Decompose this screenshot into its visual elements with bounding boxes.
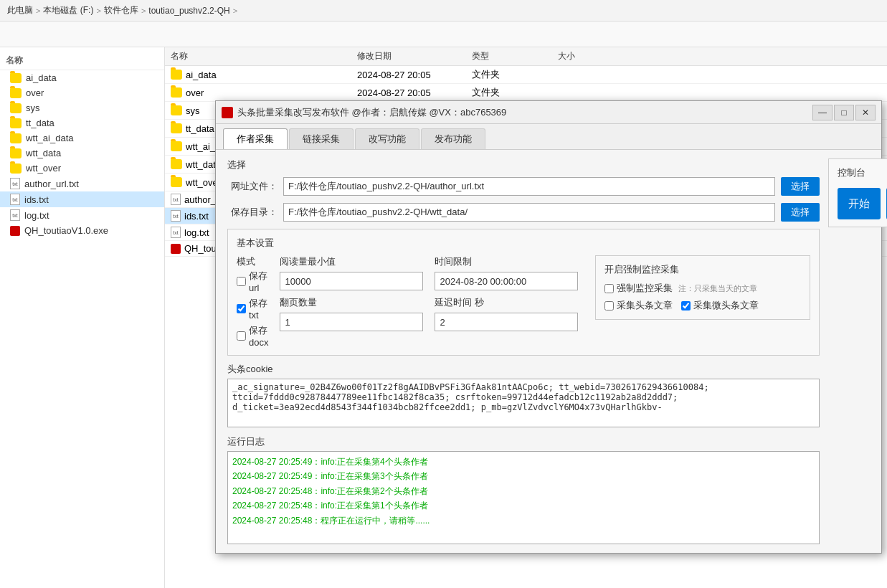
- exe-icon: [10, 226, 20, 236]
- modal-dialog[interactable]: 头条批量采集改写发布软件 @作者：启航传媒 @VX：abc765369 — □ …: [215, 100, 882, 554]
- sidebar-file-item[interactable]: QH_toutiaoV1.0.exe: [0, 223, 164, 238]
- exe-icon: [171, 244, 181, 254]
- modal-titlebar: 头条批量采集改写发布软件 @作者：启航传媒 @VX：abc765369 — □ …: [216, 101, 881, 124]
- content-layout: 选择 网址文件： 选择 保存目录： 选择: [227, 158, 870, 544]
- breadcrumb-part[interactable]: 软件仓库: [104, 4, 138, 16]
- log-box: 2024-08-27 20:25:49：info:正在采集第4个头条作者2024…: [227, 451, 820, 544]
- modal-title-left: 头条批量采集改写发布软件 @作者：启航传媒 @VX：abc765369: [222, 106, 506, 119]
- monitor-title: 开启强制监控采集: [604, 263, 801, 276]
- table-row[interactable]: over 2024-08-27 20:05 文件夹: [165, 84, 887, 102]
- save-dir-input[interactable]: [283, 203, 775, 222]
- save-label: 保存目录：: [227, 206, 278, 219]
- sidebar-item-label: log.txt: [24, 210, 49, 221]
- folder-icon: [171, 141, 182, 151]
- file-modified: 2024-08-27 20:05: [357, 87, 472, 98]
- collect-micro-check[interactable]: 采集微头条文章: [681, 299, 759, 312]
- sidebar-file-item[interactable]: ai_data: [0, 70, 164, 85]
- col-type: 类型: [472, 50, 558, 62]
- file-icon: txt: [171, 227, 181, 238]
- modal-title-text: 头条批量采集改写发布软件 @作者：启航传媒 @VX：abc765369: [237, 106, 506, 119]
- cookie-textarea[interactable]: [227, 379, 820, 427]
- read-min-group: 阅读量最小值: [280, 255, 423, 290]
- url-input[interactable]: [283, 177, 775, 196]
- sidebar-item-label: author_url.txt: [24, 179, 79, 189]
- folder-icon: [10, 133, 22, 143]
- time-limit-input[interactable]: [435, 272, 578, 290]
- collect-micro-checkbox[interactable]: [681, 301, 691, 310]
- sidebar-file-item[interactable]: sys: [0, 100, 164, 115]
- log-line: 2024-08-27 20:25:49：info:正在采集第3个头条作者: [232, 469, 815, 483]
- close-button[interactable]: ✕: [855, 105, 876, 120]
- mode-label: 模式: [237, 255, 268, 268]
- tab-publish[interactable]: 发布功能: [421, 128, 485, 149]
- app-icon: [222, 107, 233, 118]
- breadcrumb-sep: >: [233, 6, 237, 15]
- file-type: 文件夹: [472, 68, 558, 81]
- settings-row: 模式 保存url 保存txt: [237, 255, 810, 348]
- file-name: ids.txt: [184, 211, 209, 222]
- log-section: 运行日志 2024-08-27 20:25:49：info:正在采集第4个头条作…: [227, 435, 820, 544]
- read-min-input[interactable]: [280, 272, 423, 290]
- mode-col: 模式 保存url 保存txt: [237, 255, 268, 348]
- basic-settings: 基本设置 模式 保存url: [227, 229, 820, 356]
- col-size: 大小: [558, 50, 615, 62]
- delay-group: 延迟时间 秒: [435, 296, 578, 331]
- save-url-checkbox[interactable]: [237, 277, 246, 286]
- save-txt-check[interactable]: 保存txt: [237, 297, 268, 321]
- breadcrumb-part[interactable]: 此电脑: [7, 4, 33, 16]
- sidebar-file-item[interactable]: txtids.txt: [0, 191, 164, 207]
- collect-toutiao-checkbox[interactable]: [604, 301, 614, 310]
- explorer-toolbar: [0, 22, 887, 47]
- folder-icon: [171, 177, 182, 187]
- cookie-section: 头条cookie: [227, 363, 820, 430]
- start-button[interactable]: 开始: [838, 188, 880, 219]
- table-row[interactable]: ai_data 2024-08-27 20:05 文件夹: [165, 66, 887, 84]
- breadcrumb-part[interactable]: 本地磁盘 (F:): [43, 4, 93, 16]
- page-count-input[interactable]: [280, 313, 423, 331]
- save-select-button[interactable]: 选择: [781, 203, 820, 222]
- folder-icon: [10, 148, 22, 158]
- log-line: 2024-08-27 20:25:48：程序正在运行中，请稍等......: [232, 513, 815, 528]
- sidebar-file-item[interactable]: tt_data: [0, 115, 164, 131]
- breadcrumb-sep: >: [96, 6, 100, 15]
- sidebar-item-label: ids.txt: [24, 194, 49, 205]
- url-select-button[interactable]: 选择: [781, 177, 820, 196]
- save-dir-row: 保存目录： 选择: [227, 203, 820, 222]
- sidebar-file-item[interactable]: wtt_ai_data: [0, 131, 164, 146]
- file-list-header: 名称 修改日期 类型 大小: [165, 47, 887, 66]
- settings-title: 基本设置: [237, 237, 810, 250]
- collect-toutiao-check[interactable]: 采集头条文章: [604, 299, 673, 312]
- breadcrumb-sep: >: [141, 6, 146, 15]
- monitor-check[interactable]: 强制监控采集 注：只采集当天的文章: [604, 282, 801, 295]
- log-line: 2024-08-27 20:25:48：info:正在采集第2个头条作者: [232, 484, 815, 498]
- save-docx-check[interactable]: 保存docx: [237, 324, 268, 348]
- num-col-2: 时间限制 延迟时间 秒: [435, 255, 578, 331]
- save-docx-checkbox[interactable]: [237, 331, 246, 341]
- sidebar-file-item[interactable]: txtlog.txt: [0, 207, 164, 223]
- folder-icon: [171, 123, 182, 133]
- tab-author-collect[interactable]: 作者采集: [223, 128, 288, 149]
- folder-icon: [171, 105, 182, 115]
- tab-rewrite[interactable]: 改写功能: [355, 128, 419, 149]
- file-name: log.txt: [184, 227, 209, 238]
- tab-link-collect[interactable]: 链接采集: [289, 128, 354, 149]
- page-count-group: 翻页数量: [280, 296, 423, 331]
- minimize-button[interactable]: —: [812, 105, 833, 120]
- folder-icon: [10, 73, 22, 83]
- breadcrumb-part[interactable]: toutiao_pushv2.2-QH: [148, 6, 229, 16]
- file-name: tt_data: [186, 123, 214, 134]
- sidebar-file-item[interactable]: txtauthor_url.txt: [0, 176, 164, 191]
- dialog-content: 选择 网址文件： 选择 保存目录： 选择: [216, 150, 881, 553]
- select-title: 选择: [227, 158, 820, 171]
- sidebar-file-item[interactable]: wtt_data: [0, 146, 164, 161]
- sidebar-file-item[interactable]: over: [0, 85, 164, 100]
- file-icon: txt: [10, 209, 20, 221]
- monitor-checkbox[interactable]: [604, 284, 614, 293]
- delay-input[interactable]: [435, 313, 578, 331]
- maximize-button[interactable]: □: [834, 105, 854, 120]
- sidebar-item-label: over: [26, 87, 44, 98]
- save-url-check[interactable]: 保存url: [237, 270, 268, 293]
- save-txt-checkbox[interactable]: [237, 304, 246, 313]
- folder-icon: [10, 118, 22, 128]
- sidebar-file-item[interactable]: wtt_over: [0, 161, 164, 176]
